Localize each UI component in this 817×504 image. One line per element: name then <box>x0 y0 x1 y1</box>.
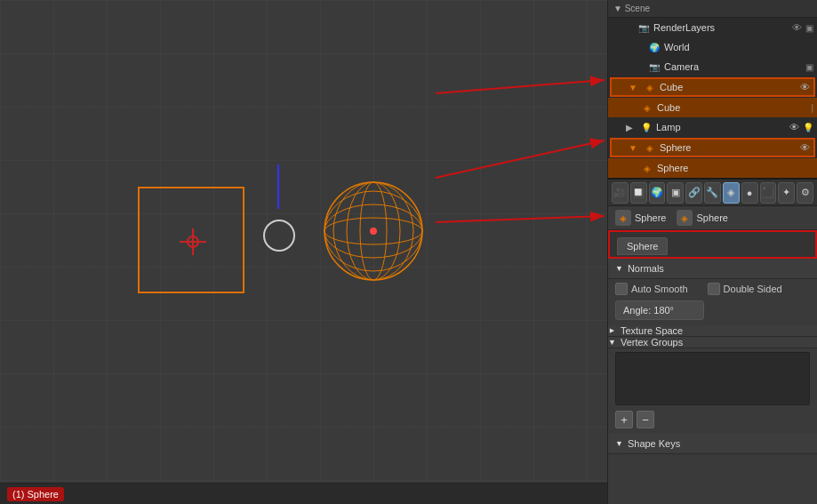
shape-keys-triangle: ▼ <box>615 439 623 448</box>
status-badge: (1) Sphere <box>7 487 64 501</box>
double-sided-checkbox[interactable] <box>708 283 720 295</box>
world-icon: 🌍 <box>647 40 661 54</box>
sphere-parent-label: Sphere <box>660 142 800 153</box>
outliner-item-world[interactable]: 🌍 World <box>608 37 817 57</box>
properties-toolbar: 🎥 🔲 🌍 ▣ 🔗 🔧 ◈ ● ⬛ ✦ ⚙ <box>608 180 817 206</box>
toolbar-object-btn[interactable]: ▣ <box>667 182 684 204</box>
prop-breadcrumb-left: Sphere <box>635 212 666 223</box>
toolbar-data-btn[interactable]: ◈ <box>723 182 740 204</box>
lamp-object <box>263 220 295 252</box>
cube-parent-eye: 👁 <box>800 82 810 92</box>
viewport[interactable]: (1) Sphere <box>0 0 607 504</box>
texture-label: Texture Space <box>621 325 683 336</box>
sphere-mesh-label: Sphere <box>657 163 817 173</box>
sphere-parent-eye: 👁 <box>800 142 810 153</box>
renderlayers-extra: ▣ <box>805 23 813 33</box>
normals-triangle: ▼ <box>615 264 623 273</box>
double-sided-label: Double Sided <box>724 284 782 294</box>
toolbar-physics-btn[interactable]: ⚙ <box>797 182 813 204</box>
normals-options-row: Auto Smooth Double Sided <box>608 279 817 299</box>
outliner-item-cube-parent[interactable]: ▼ ◈ Cube 👁 <box>610 77 815 97</box>
active-object-tab-container: Sphere <box>608 230 817 259</box>
renderlayers-eye: 👁 <box>792 22 802 33</box>
camera-label: Camera <box>664 61 805 72</box>
normals-section-header[interactable]: ▼ Normals <box>608 259 817 279</box>
lamp-icon: 💡 <box>639 120 653 134</box>
auto-smooth-label: Auto Smooth <box>631 284 688 294</box>
lamp-extra: 💡 <box>803 123 813 132</box>
world-label: World <box>664 42 817 52</box>
texture-triangle: ▼ <box>607 327 616 335</box>
normals-label: Normals <box>628 263 664 274</box>
cube-parent-label: Cube <box>660 82 800 92</box>
cube-parent-expand: ▼ <box>626 80 640 94</box>
outliner-item-renderlayers[interactable]: 📷 RenderLayers 👁 ▣ <box>608 18 817 37</box>
y-axis-line <box>277 164 279 209</box>
sphere-parent-icon: ◈ <box>643 140 657 155</box>
vertex-remove-btn[interactable]: − <box>637 411 654 428</box>
sphere-parent-expand: ▼ <box>626 140 640 155</box>
toolbar-texture-btn[interactable]: ⬛ <box>760 182 777 204</box>
camera-frame <box>138 187 244 293</box>
renderlayers-label: RenderLayers <box>653 22 792 33</box>
active-tab[interactable]: Sphere <box>617 237 668 255</box>
double-sided-wrapper[interactable]: Double Sided <box>708 283 782 295</box>
angle-value: 180° <box>653 305 674 316</box>
sphere-mesh-icon: ◈ <box>640 161 654 175</box>
camera-icon: 📷 <box>647 60 661 74</box>
cube-mesh-icon: ◈ <box>640 100 654 115</box>
vertex-triangle: ▼ <box>608 338 616 347</box>
prop-breadcrumb: ◈ Sphere ◈ Sphere <box>608 206 817 230</box>
toolbar-world-btn[interactable]: 🌍 <box>649 182 666 204</box>
outliner: ▼ Scene 📷 RenderLayers 👁 ▣ 🌍 World 📷 Cam… <box>608 0 817 180</box>
status-bar: (1) Sphere <box>0 483 607 504</box>
crosshair-circle <box>187 236 199 248</box>
vertex-list-footer: + − <box>608 409 817 430</box>
outliner-item-camera[interactable]: 📷 Camera ▣ <box>608 57 817 76</box>
outliner-item-sphere-parent[interactable]: ▼ ◈ Sphere 👁 <box>610 138 815 157</box>
renderlayers-icon: 📷 <box>637 20 651 35</box>
properties-panel: 🎥 🔲 🌍 ▣ 🔗 🔧 ◈ ● ⬛ ✦ ⚙ ◈ Sphere ◈ Sphere … <box>608 180 817 454</box>
texture-space-header[interactable]: ▼ Texture Space <box>608 325 817 337</box>
toolbar-particles-btn[interactable]: ✦ <box>778 182 795 204</box>
shape-keys-label: Shape Keys <box>628 438 680 449</box>
toolbar-constraints-btn[interactable]: 🔗 <box>685 182 702 204</box>
lamp-label: Lamp <box>656 122 789 132</box>
scene-icon: ▼ <box>613 4 622 13</box>
vertex-groups-header[interactable]: ▼ Vertex Groups <box>608 337 817 348</box>
cube-mesh-label: Cube <box>657 102 811 113</box>
lamp-expand: ▶ <box>622 120 637 134</box>
lamp-eye: 👁 <box>789 122 799 132</box>
toolbar-render-btn[interactable]: 🎥 <box>612 182 629 204</box>
outliner-header: ▼ Scene <box>608 0 817 18</box>
shape-keys-header[interactable]: ▼ Shape Keys <box>608 434 817 454</box>
prop-breadcrumb-right: Sphere <box>696 212 727 223</box>
auto-smooth-wrapper[interactable]: Auto Smooth <box>615 283 688 295</box>
toolbar-scene-btn[interactable]: 🔲 <box>630 182 647 204</box>
prop-sphere-icon-left: ◈ <box>615 210 631 226</box>
toolbar-modifier-btn[interactable]: 🔧 <box>704 182 721 204</box>
crosshair <box>180 228 206 255</box>
outliner-item-cube-mesh[interactable]: ◈ Cube | <box>608 98 817 117</box>
outliner-item-lamp[interactable]: ▶ 💡 Lamp 👁 💡 <box>608 117 817 137</box>
scene-label: Scene <box>625 4 650 13</box>
vertex-label: Vertex Groups <box>621 337 683 348</box>
right-panel: ▼ Scene 📷 RenderLayers 👁 ▣ 🌍 World 📷 Cam… <box>607 0 817 504</box>
vertex-add-btn[interactable]: + <box>615 411 633 428</box>
camera-extra: ▣ <box>805 62 813 72</box>
auto-smooth-checkbox[interactable] <box>615 283 628 295</box>
outliner-item-sphere-mesh[interactable]: ◈ Sphere <box>608 158 817 178</box>
angle-label: Angle: <box>623 305 651 316</box>
svg-point-7 <box>370 228 377 235</box>
cube-mesh-extra: | <box>811 103 813 113</box>
toolbar-material-btn[interactable]: ● <box>741 182 758 204</box>
vertex-groups-list <box>615 352 810 405</box>
cube-parent-icon: ◈ <box>643 80 657 94</box>
viewport-grid <box>0 0 607 504</box>
angle-field[interactable]: Angle: 180° <box>615 300 704 320</box>
sphere-wireframe <box>320 178 427 284</box>
prop-sphere-icon-right: ◈ <box>677 210 693 226</box>
angle-row: Angle: 180° <box>608 299 817 325</box>
